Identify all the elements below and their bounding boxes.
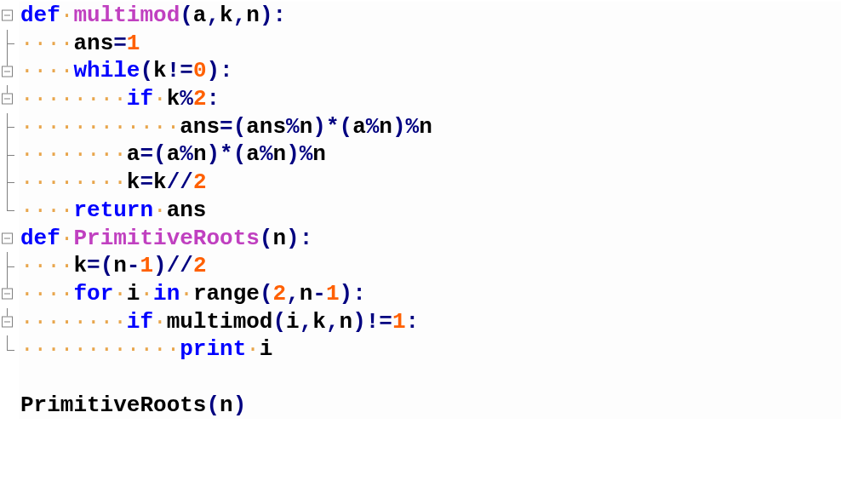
- code-content[interactable]: ····while(k!=0):: [19, 57, 233, 85]
- token-op: ): [392, 114, 406, 140]
- token-id: k: [127, 169, 140, 195]
- whitespace: ·: [113, 281, 127, 306]
- gutter: [0, 85, 19, 113]
- whitespace: ····: [20, 31, 73, 56]
- token-op: (: [340, 114, 353, 140]
- token-op: -: [312, 281, 326, 306]
- code-line[interactable]: ····for·i·in·range(2,n-1):: [0, 280, 841, 308]
- whitespace: ·: [153, 198, 167, 223]
- code-line[interactable]: ············print·i: [0, 335, 841, 364]
- code-line[interactable]: ····return·ans: [0, 197, 841, 225]
- token-id: i: [127, 281, 140, 306]
- fold-toggle-icon[interactable]: [2, 94, 13, 105]
- fold-toggle-icon[interactable]: [2, 10, 13, 21]
- code-line[interactable]: def·multimod(a,k,n):: [0, 2, 841, 30]
- token-kw: while: [73, 58, 140, 83]
- token-id: ans: [73, 31, 113, 56]
- code-content[interactable]: def·multimod(a,k,n):: [19, 2, 286, 30]
- token-op: =: [220, 114, 233, 140]
- code-line[interactable]: [0, 364, 841, 392]
- token-id: range: [193, 281, 260, 306]
- code-line[interactable]: ····ans=1: [0, 30, 841, 58]
- gutter: [0, 252, 19, 280]
- token-num: 2: [273, 281, 287, 306]
- code-content[interactable]: ········k=k//2: [19, 169, 206, 197]
- gutter: [0, 308, 19, 336]
- code-line[interactable]: def·PrimitiveRoots(n):: [0, 225, 841, 253]
- token-op: !=: [167, 58, 193, 83]
- token-num: 0: [193, 58, 207, 83]
- code-content[interactable]: ····return·ans: [19, 197, 206, 225]
- token-op: ,: [326, 309, 340, 335]
- token-id: k: [153, 58, 167, 83]
- whitespace: ·: [60, 3, 74, 28]
- code-content[interactable]: ····k=(n-1)//2: [19, 252, 207, 280]
- fold-toggle-icon[interactable]: [2, 232, 13, 243]
- token-kw: return: [73, 198, 153, 223]
- gutter: [0, 169, 19, 197]
- code-content[interactable]: ············print·i: [19, 335, 272, 364]
- gutter: [0, 364, 19, 392]
- token-op: :: [273, 3, 287, 28]
- token-kw: in: [153, 281, 180, 306]
- code-line[interactable]: ····while(k!=0):: [0, 57, 841, 85]
- code-content[interactable]: ····for·i·in·range(2,n-1):: [19, 280, 366, 308]
- token-op: ): [286, 141, 300, 167]
- code-line[interactable]: ········a=(a%n)*(a%n)%n: [0, 140, 841, 169]
- token-op: ): [340, 281, 353, 306]
- gutter: [0, 197, 19, 225]
- token-op: %: [180, 86, 193, 112]
- token-id: n: [193, 141, 207, 167]
- whitespace: ········: [20, 86, 127, 112]
- token-op: (: [140, 58, 153, 83]
- token-op: %: [180, 141, 193, 167]
- whitespace: ········: [20, 169, 127, 195]
- code-content[interactable]: ········if·k%2:: [19, 85, 220, 113]
- code-line[interactable]: ············ans=(ans%n)*(a%n)%n: [0, 113, 841, 141]
- gutter: [0, 335, 19, 364]
- code-content[interactable]: ········a=(a%n)*(a%n)%n: [19, 140, 326, 169]
- fold-toggle-icon[interactable]: [2, 289, 13, 300]
- whitespace: ·: [140, 281, 153, 306]
- token-op: =: [140, 169, 153, 195]
- token-op: =: [140, 141, 153, 167]
- code-line[interactable]: ········k=k//2: [0, 169, 841, 197]
- code-line[interactable]: PrimitiveRoots(n): [0, 392, 841, 420]
- token-id: k: [312, 309, 326, 335]
- token-num: 2: [193, 253, 207, 278]
- fold-toggle-icon[interactable]: [2, 66, 13, 77]
- token-id: n: [272, 226, 286, 251]
- token-op: ): [286, 226, 300, 251]
- token-op: (: [233, 114, 247, 140]
- token-id: a: [167, 141, 180, 167]
- whitespace: ·: [60, 226, 74, 251]
- code-line[interactable]: ········if·k%2:: [0, 85, 841, 113]
- whitespace: ·: [153, 309, 167, 335]
- code-content[interactable]: ········if·multimod(i,k,n)!=1:: [19, 308, 419, 336]
- whitespace: ····: [20, 58, 73, 83]
- fold-toggle-icon[interactable]: [2, 316, 13, 327]
- code-line[interactable]: ····k=(n-1)//2: [0, 252, 841, 280]
- token-op: :: [206, 86, 220, 112]
- token-id: ans: [246, 114, 286, 140]
- code-editor[interactable]: def·multimod(a,k,n):····ans=1····while(k…: [0, 2, 841, 419]
- code-line[interactable]: ········if·multimod(i,k,n)!=1:: [0, 308, 841, 336]
- token-id: multimod: [167, 309, 273, 335]
- code-content[interactable]: ············ans=(ans%n)*(a%n)%n: [19, 113, 432, 141]
- code-content[interactable]: ····ans=1: [19, 30, 140, 58]
- gutter: [0, 2, 19, 30]
- token-id: n: [113, 253, 127, 278]
- token-op: (: [233, 141, 247, 167]
- token-kw: def: [20, 226, 60, 251]
- code-content[interactable]: PrimitiveRoots(n): [19, 392, 246, 420]
- token-op: //: [167, 169, 193, 195]
- token-op: ,: [286, 281, 300, 306]
- token-op: ): [233, 392, 247, 418]
- gutter: [0, 57, 19, 85]
- code-content[interactable]: def·PrimitiveRoots(n):: [19, 225, 312, 253]
- whitespace: ············: [20, 114, 180, 140]
- whitespace: ········: [20, 309, 127, 335]
- token-num: 1: [140, 253, 153, 278]
- token-op: *: [326, 114, 340, 140]
- token-id: a: [193, 3, 207, 28]
